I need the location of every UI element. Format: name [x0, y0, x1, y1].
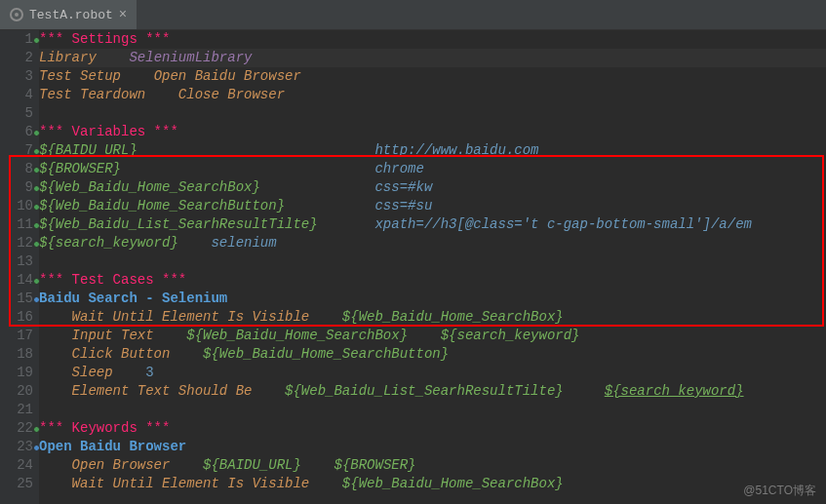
code-token: SeleniumLibrary — [129, 50, 252, 65]
code-line[interactable]: 6*** Variables *** — [39, 123, 826, 141]
code-token: *** Variables *** — [39, 124, 178, 139]
code-token: ${Web_Baidu_Home_SearchBox} — [342, 309, 564, 325]
code-token: ${Web_Baidu_Home_SearchBox} — [342, 476, 564, 491]
code-line[interactable]: 13 — [39, 252, 826, 271]
code-token — [260, 179, 375, 195]
code-token: ${search_keyword} — [39, 235, 178, 251]
code-token: xpath=//h3[@class='t c-gap-bottom-small'… — [374, 216, 751, 232]
code-token — [252, 383, 285, 399]
code-line[interactable]: 17 Input Text ${Web_Baidu_Home_SearchBox… — [39, 327, 826, 345]
line-number: 1 — [0, 30, 33, 49]
gutter-marker-icon — [33, 185, 40, 192]
code-line[interactable]: 14*** Test Cases *** — [39, 271, 826, 290]
code-line[interactable]: 12${search_keyword} selenium — [39, 234, 826, 252]
gutter-marker-icon — [33, 130, 40, 136]
line-number: 24 — [0, 456, 33, 475]
line-number: 14 — [0, 271, 33, 290]
code-line[interactable]: 18 Click Button ${Web_Baidu_Home_SearchB… — [39, 345, 826, 364]
code-line[interactable]: 24 Open Browser ${BAIDU_URL} ${BROWSER} — [39, 456, 826, 475]
code-token — [309, 309, 342, 325]
code-line[interactable]: 5 — [39, 104, 826, 123]
code-line[interactable]: 25 Wait Until Element Is Visible ${Web_B… — [39, 475, 826, 493]
code-token: ${Web_Baidu_Home_SearchButton} — [39, 198, 285, 213]
code-line[interactable]: 3Test Setup Open Baidu Browser — [39, 67, 826, 86]
code-line[interactable]: 8${BROWSER} chrome — [39, 160, 826, 178]
code-token — [145, 87, 178, 102]
code-token: Wait Until Element Is Visible — [72, 476, 310, 491]
code-line[interactable]: 7${BAIDU_URL} http://www.baidu.com — [39, 141, 826, 160]
line-number: 23 — [0, 438, 33, 456]
code-line[interactable]: 20 Element Text Should Be ${Web_Baidu_Li… — [39, 382, 826, 401]
code-token: Element Text Should Be — [72, 383, 253, 399]
line-number: 2 — [0, 49, 33, 67]
code-line[interactable]: 19 Sleep 3 — [39, 364, 826, 382]
code-token: css=#su — [374, 198, 432, 213]
code-token: Open Baidu Browser — [154, 68, 301, 84]
gutter-marker-icon — [33, 445, 40, 451]
file-tab[interactable]: TestA.robot × — [0, 0, 137, 29]
code-editor[interactable]: 1*** Settings ***2Library SeleniumLibrar… — [0, 30, 826, 504]
code-line[interactable]: 10${Web_Baidu_Home_SearchButton} css=#su — [39, 197, 826, 215]
code-line[interactable]: 11${Web_Baidu_List_SearhResultTilte} xpa… — [39, 215, 826, 234]
code-token — [39, 383, 72, 399]
gutter-marker-icon — [33, 148, 40, 155]
code-token: *** Test Cases *** — [39, 272, 186, 288]
code-token: ${BAIDU_URL} — [203, 457, 301, 473]
close-icon[interactable]: × — [119, 7, 127, 22]
robot-file-icon — [10, 8, 23, 21]
code-token: ${search_keyword} — [605, 383, 744, 399]
line-number: 3 — [0, 67, 33, 86]
code-token — [121, 161, 374, 176]
code-token — [170, 457, 203, 473]
code-token: ${BROWSER} — [334, 457, 415, 473]
code-token — [408, 328, 441, 343]
line-number: 10 — [0, 197, 33, 215]
tab-bar: TestA.robot × — [0, 0, 826, 30]
line-number: 12 — [0, 234, 33, 252]
code-token — [301, 457, 334, 473]
line-number: 9 — [0, 178, 33, 197]
code-token: Baidu Search - Selenium — [39, 291, 227, 306]
code-line[interactable]: 23Open Baidu Browser — [39, 438, 826, 456]
code-token: *** Settings *** — [39, 31, 170, 47]
code-token: Open Browser — [72, 457, 171, 473]
code-token — [318, 216, 375, 232]
code-token: ${Web_Baidu_Home_SearchBox} — [186, 328, 408, 343]
code-token: ${Web_Baidu_Home_SearchBox} — [39, 179, 260, 195]
code-token — [113, 365, 146, 380]
code-token — [170, 346, 203, 362]
code-token — [138, 142, 375, 158]
code-token — [564, 383, 605, 399]
code-token — [97, 50, 130, 65]
code-token: ${Web_Baidu_List_SearhResultTilte} — [285, 383, 564, 399]
code-token — [285, 198, 374, 213]
code-token — [154, 328, 187, 343]
code-token: selenium — [211, 235, 276, 251]
code-area[interactable]: 1*** Settings ***2Library SeleniumLibrar… — [39, 30, 826, 493]
line-number: 7 — [0, 141, 33, 160]
gutter-marker-icon — [33, 167, 40, 174]
line-number: 8 — [0, 160, 33, 178]
code-token: Library — [39, 50, 97, 65]
line-number: 18 — [0, 345, 33, 364]
code-token — [39, 457, 72, 473]
code-line[interactable]: 2Library SeleniumLibrary — [39, 49, 826, 67]
code-token: css=#kw — [374, 179, 432, 195]
code-line[interactable]: 21 — [39, 401, 826, 419]
code-token — [309, 476, 342, 491]
line-number: 16 — [0, 308, 33, 327]
code-token: ${search_keyword} — [441, 328, 580, 343]
code-token: Wait Until Element Is Visible — [72, 309, 310, 325]
code-line[interactable]: 15Baidu Search - Selenium — [39, 290, 826, 308]
code-token: Open Baidu Browser — [39, 439, 186, 454]
line-number: 20 — [0, 382, 33, 401]
code-line[interactable]: 9${Web_Baidu_Home_SearchBox} css=#kw — [39, 178, 826, 197]
code-token: Test Setup — [39, 68, 121, 84]
code-line[interactable]: 16 Wait Until Element Is Visible ${Web_B… — [39, 308, 826, 327]
code-token: *** Keywords *** — [39, 420, 170, 436]
code-token: Input Text — [72, 328, 154, 343]
code-line[interactable]: 1*** Settings *** — [39, 30, 826, 49]
code-line[interactable]: 4Test Teardown Close Browser — [39, 86, 826, 104]
line-number: 21 — [0, 401, 33, 419]
code-line[interactable]: 22*** Keywords *** — [39, 419, 826, 438]
